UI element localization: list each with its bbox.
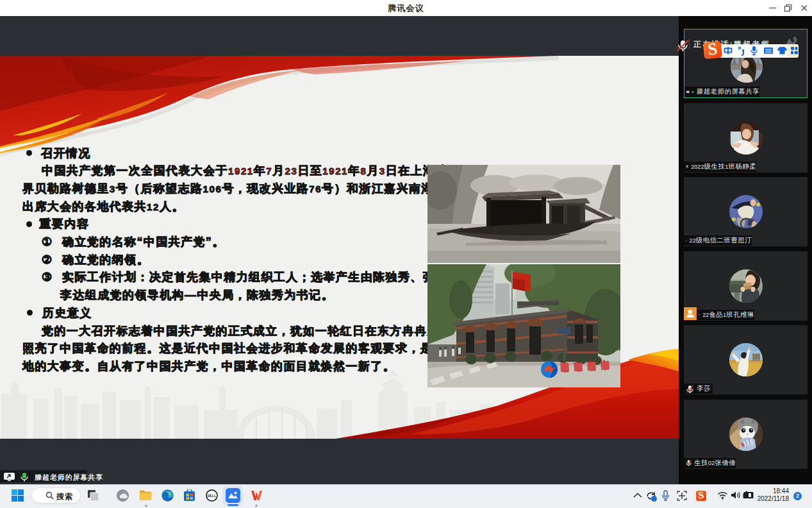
svg-text:DELL: DELL (208, 494, 217, 498)
